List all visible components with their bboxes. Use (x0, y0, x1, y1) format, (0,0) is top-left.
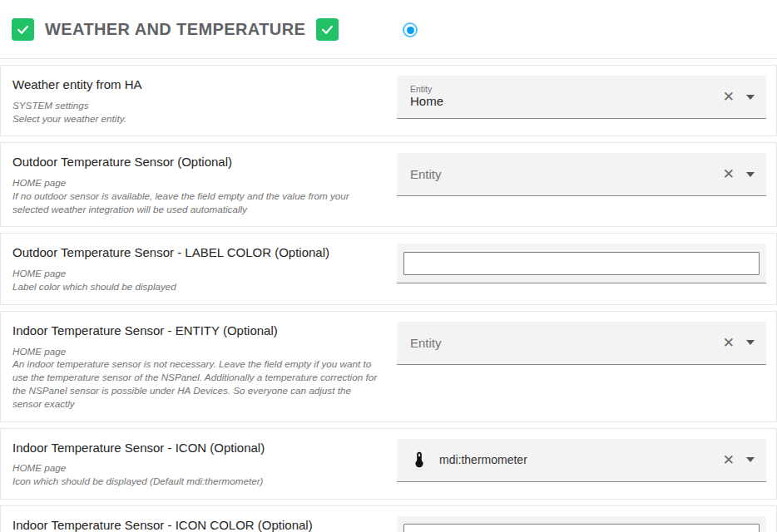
setting-text: Indoor Temperature Sensor - ENTITY (Opti… (1, 322, 397, 411)
settings-row: Outdoor Temperature Sensor (Optional) HO… (0, 142, 777, 227)
outdoor-temp-entity-select[interactable]: Entity ✕ (397, 153, 766, 196)
settings-row: Weather entity from HA SYSTEM settings S… (0, 65, 777, 136)
indoor-icon-color-input[interactable] (403, 524, 760, 532)
check-icon (320, 22, 334, 37)
setting-title: Outdoor Temperature Sensor - LABEL COLOR… (12, 245, 380, 261)
chevron-down-icon[interactable] (746, 172, 755, 177)
select-text: Entity (410, 336, 723, 350)
check-icon (16, 22, 30, 37)
section-checkbox-right[interactable] (316, 18, 339, 41)
setting-title: Outdoor Temperature Sensor (Optional) (12, 155, 380, 170)
setting-text: Weather entity from HA SYSTEM settings S… (1, 76, 397, 125)
chevron-down-icon[interactable] (746, 340, 755, 345)
setting-control: Entity Home ✕ (397, 76, 766, 125)
setting-title: Indoor Temperature Sensor - ICON (Option… (12, 441, 380, 456)
chevron-down-icon[interactable] (746, 457, 755, 462)
select-text: Entity (410, 167, 723, 181)
setting-control: Entity ✕ (397, 322, 766, 411)
settings-row: Outdoor Temperature Sensor - LABEL COLOR… (0, 233, 777, 304)
setting-control: Entity ✕ (397, 153, 766, 215)
select-text: mdi:thermometer (410, 451, 723, 469)
radio-dot-icon (407, 27, 414, 34)
select-text: Entity Home (410, 84, 723, 110)
setting-description: Select your weather entity. (12, 112, 380, 126)
select-value: mdi:thermometer (439, 453, 527, 466)
setting-text: Outdoor Temperature Sensor - LABEL COLOR… (1, 244, 397, 293)
setting-description: Icon which should be displayed (Default … (12, 475, 380, 488)
clear-icon[interactable]: ✕ (723, 453, 735, 467)
section-header: WEATHER AND TEMPERATURE (0, 0, 777, 59)
setting-description: An indoor temperature sensor is not nece… (12, 357, 380, 410)
setting-scope: SYSTEM settings (12, 99, 380, 112)
chevron-down-icon[interactable] (746, 95, 755, 100)
thermometer-icon (410, 451, 428, 469)
setting-control (397, 516, 766, 532)
weather-entity-select[interactable]: Entity Home ✕ (397, 76, 766, 119)
setting-control (397, 244, 766, 293)
setting-description: Label color which should be displayed (12, 280, 380, 293)
section-radio[interactable] (403, 22, 418, 37)
settings-row: Indoor Temperature Sensor - ICON (Option… (0, 428, 777, 500)
select-placeholder: Entity (410, 336, 723, 350)
settings-list: Weather entity from HA SYSTEM settings S… (0, 59, 777, 532)
setting-text: Indoor Temperature Sensor - ICON COLOR (… (1, 516, 397, 532)
setting-scope: HOME page (12, 345, 380, 358)
setting-scope: HOME page (12, 176, 380, 190)
clear-icon[interactable]: ✕ (723, 336, 735, 350)
indoor-icon-select[interactable]: mdi:thermometer ✕ (397, 439, 766, 482)
select-value: Home (410, 94, 723, 110)
input-container (397, 516, 766, 532)
setting-title: Weather entity from HA (12, 77, 380, 93)
setting-scope: HOME page (12, 267, 380, 280)
outdoor-label-color-input[interactable] (403, 252, 760, 275)
setting-description: If no outdoor sensor is available, leave… (12, 190, 380, 216)
section-checkbox-left[interactable] (12, 18, 34, 41)
clear-icon[interactable]: ✕ (723, 167, 735, 181)
input-container (397, 244, 766, 283)
setting-title: Indoor Temperature Sensor - ICON COLOR (… (12, 518, 380, 532)
section-title: WEATHER AND TEMPERATURE (45, 20, 305, 39)
settings-row: Indoor Temperature Sensor - ENTITY (Opti… (0, 311, 777, 422)
indoor-temp-entity-select[interactable]: Entity ✕ (397, 322, 766, 365)
select-floating-label: Entity (410, 84, 723, 95)
setting-title: Indoor Temperature Sensor - ENTITY (Opti… (12, 323, 380, 339)
settings-row: Indoor Temperature Sensor - ICON COLOR (… (0, 505, 777, 532)
setting-text: Indoor Temperature Sensor - ICON (Option… (1, 439, 397, 488)
clear-icon[interactable]: ✕ (723, 90, 735, 104)
setting-scope: HOME page (12, 461, 380, 475)
setting-control: mdi:thermometer ✕ (397, 439, 766, 488)
select-placeholder: Entity (410, 167, 723, 181)
setting-text: Outdoor Temperature Sensor (Optional) HO… (1, 153, 397, 215)
